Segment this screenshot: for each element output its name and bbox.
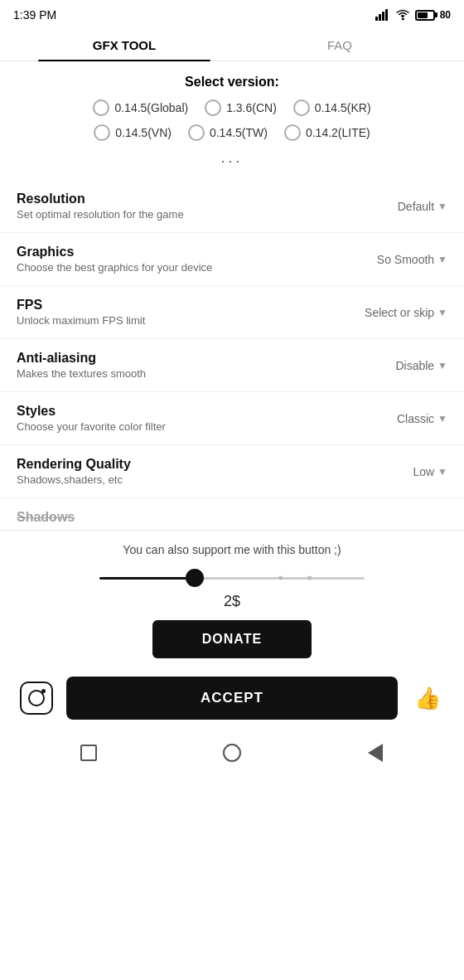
- styles-arrow: ▼: [437, 413, 447, 425]
- version-option-vn[interactable]: 0.14.5(VN): [94, 124, 172, 141]
- rendering-desc: Shadows,shaders, etc: [17, 473, 348, 486]
- nav-square-button[interactable]: [77, 741, 100, 764]
- svg-rect-3: [385, 9, 388, 21]
- shadows-label: Shadows: [17, 510, 447, 525]
- tab-gfx-tool[interactable]: GFX TOOL: [17, 27, 232, 61]
- wifi-icon: [395, 9, 410, 21]
- radio-tw[interactable]: [188, 124, 205, 141]
- radio-global[interactable]: [93, 99, 109, 116]
- svg-rect-1: [379, 14, 381, 21]
- slider-thumb[interactable]: [186, 569, 204, 587]
- radio-kr[interactable]: [293, 99, 310, 116]
- battery-level: 80: [440, 9, 451, 21]
- setting-rendering: Rendering Quality Shadows,shaders, etc L…: [0, 445, 464, 498]
- fps-arrow: ▼: [437, 307, 447, 318]
- version-option-tw[interactable]: 0.14.5(TW): [188, 124, 268, 141]
- slider-dots: [278, 576, 312, 580]
- status-icons: 80: [375, 9, 451, 21]
- donate-amount: 2$: [17, 593, 447, 610]
- graphics-arrow: ▼: [437, 254, 447, 265]
- donate-slider[interactable]: [99, 568, 365, 588]
- svg-point-4: [401, 18, 403, 20]
- radio-cn[interactable]: [205, 99, 221, 116]
- resolution-arrow: ▼: [437, 201, 447, 212]
- styles-label: Styles: [17, 404, 348, 419]
- setting-graphics: Graphics Choose the best graphics for yo…: [0, 233, 464, 286]
- graphics-value: So Smooth: [377, 253, 434, 266]
- svg-rect-2: [382, 12, 384, 21]
- donate-text: You can also support me with this button…: [17, 543, 447, 556]
- nav-bar: [0, 730, 464, 779]
- rendering-label: Rendering Quality: [17, 457, 348, 472]
- nav-circle-icon: [223, 744, 241, 762]
- resolution-dropdown[interactable]: Default ▼: [348, 200, 447, 213]
- more-versions-ellipsis: ...: [17, 149, 447, 167]
- instagram-button[interactable]: [17, 678, 56, 718]
- fps-label: FPS: [17, 298, 348, 313]
- fps-dropdown[interactable]: Select or skip ▼: [348, 306, 447, 319]
- graphics-dropdown[interactable]: So Smooth ▼: [348, 253, 447, 266]
- version-option-cn[interactable]: 1.3.6(CN): [205, 99, 277, 116]
- rendering-dropdown[interactable]: Low ▼: [348, 465, 447, 478]
- version-option-global[interactable]: 0.14.5(Global): [93, 99, 188, 116]
- resolution-label: Resolution: [17, 192, 348, 206]
- nav-back-icon: [368, 744, 383, 762]
- setting-styles: Styles Choose your favorite color filter…: [0, 392, 464, 445]
- nav-square-icon: [80, 745, 97, 761]
- bottom-actions: ACCEPT 👍: [0, 667, 464, 730]
- status-bar: 1:39 PM 80: [0, 0, 464, 27]
- version-title: Select version:: [17, 75, 447, 90]
- antialiasing-desc: Makes the textures smooth: [17, 367, 348, 380]
- battery-icon: [415, 10, 435, 21]
- setting-fps: FPS Unlock maximum FPS limit Select or s…: [0, 286, 464, 339]
- version-option-lite[interactable]: 0.14.2(LITE): [284, 124, 370, 141]
- setting-resolution: Resolution Set optimal resolution for th…: [0, 180, 464, 233]
- version-row-2: 0.14.5(VN) 0.14.5(TW) 0.14.2(LITE): [17, 124, 447, 141]
- nav-back-button[interactable]: [364, 741, 387, 764]
- version-section: Select version: 0.14.5(Global) 1.3.6(CN)…: [0, 61, 464, 180]
- like-button[interactable]: 👍: [408, 678, 447, 718]
- resolution-desc: Set optimal resolution for the game: [17, 208, 348, 221]
- rendering-arrow: ▼: [437, 466, 447, 478]
- time: 1:39 PM: [13, 8, 56, 22]
- radio-vn[interactable]: [94, 124, 110, 141]
- antialiasing-label: Anti-aliasing: [17, 351, 348, 366]
- rendering-value: Low: [413, 465, 434, 478]
- styles-desc: Choose your favorite color filter: [17, 420, 348, 433]
- donate-button[interactable]: DONATE: [152, 620, 312, 658]
- radio-lite[interactable]: [284, 124, 301, 141]
- instagram-icon: [20, 682, 53, 715]
- accept-button[interactable]: ACCEPT: [66, 677, 398, 720]
- svg-rect-0: [375, 17, 378, 21]
- graphics-desc: Choose the best graphics for your device: [17, 261, 348, 274]
- version-row-1: 0.14.5(Global) 1.3.6(CN) 0.14.5(KR): [17, 99, 447, 116]
- styles-dropdown[interactable]: Classic ▼: [348, 412, 447, 425]
- tab-faq[interactable]: FAQ: [232, 27, 447, 61]
- antialiasing-value: Disable: [395, 359, 434, 372]
- donate-section: You can also support me with this button…: [0, 531, 464, 667]
- nav-home-button[interactable]: [220, 741, 244, 764]
- setting-antialiasing: Anti-aliasing Makes the textures smooth …: [0, 339, 464, 392]
- antialiasing-arrow: ▼: [437, 360, 447, 371]
- antialiasing-dropdown[interactable]: Disable ▼: [348, 359, 447, 372]
- fps-desc: Unlock maximum FPS limit: [17, 314, 348, 327]
- slider-track: [99, 577, 365, 580]
- styles-value: Classic: [397, 412, 434, 425]
- resolution-value: Default: [398, 200, 434, 213]
- graphics-label: Graphics: [17, 245, 348, 260]
- setting-shadows-partial: Shadows: [0, 498, 464, 531]
- signal-icon: [375, 9, 390, 21]
- fps-value: Select or skip: [365, 306, 434, 319]
- thumbsup-icon: 👍: [414, 686, 441, 711]
- tab-bar: GFX TOOL FAQ: [0, 27, 464, 61]
- version-option-kr[interactable]: 0.14.5(KR): [293, 99, 371, 116]
- settings-section: Resolution Set optimal resolution for th…: [0, 180, 464, 498]
